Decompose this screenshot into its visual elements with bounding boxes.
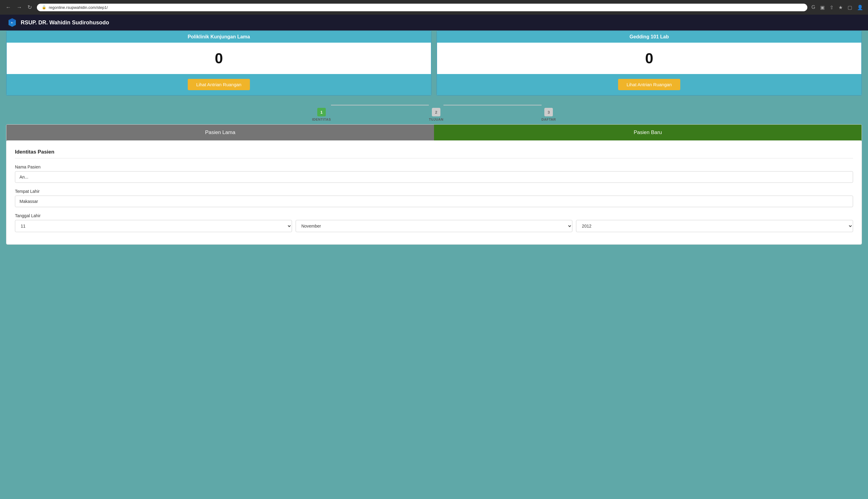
input-tempat-lahir[interactable] [15,196,853,207]
step-2-label: TUJUAN [429,118,444,121]
browser-chrome: ← → ↻ 🔒 regonline.rsupwahidin.com/step1/… [0,0,868,15]
google-icon[interactable]: G [810,3,817,11]
card-right-footer: Lihat Antrian Ruangan [437,74,861,95]
svg-text:+: + [11,21,13,24]
form-group-tanggal-lahir: Tanggal Lahir 12345678910111213141516171… [15,213,853,232]
select-day[interactable]: 1234567891011121314151617181920212223242… [15,220,292,232]
select-month[interactable]: JanuariFebruariMaretAprilMeiJuniJuliAgus… [296,220,573,232]
label-nama-pasien: Nama Pasien [15,165,853,169]
form-group-nama: Nama Pasien [15,165,853,183]
step-3-label: DAFTAR [542,118,556,121]
url-text: regonline.rsupwahidin.com/step1/ [49,5,803,10]
form-section-title: Identitas Pasien [15,149,853,158]
step-line-2 [444,105,542,106]
cards-row: Poliklinik Kunjungan Lama 0 Lihat Antria… [6,31,862,96]
card-right-count: 0 [437,42,861,74]
lock-icon: 🔒 [42,5,46,10]
select-year[interactable]: 1950195119521953195419551956195719581959… [576,220,853,232]
step-1: 1 IDENTITAS [312,108,331,121]
tab-form-wrapper: Pasien Lama Pasien Baru Identitas Pasien… [6,124,862,245]
label-tanggal-lahir: Tanggal Lahir [15,213,853,218]
tab-pasien-baru[interactable]: Pasien Baru [434,125,861,141]
bookmark-icon[interactable]: ★ [837,3,844,12]
steps-container: 1 IDENTITAS 2 TUJUAN 3 DAFTAR [6,102,862,124]
window-icon[interactable]: ▢ [846,3,853,12]
tab-pasien-lama[interactable]: Pasien Lama [7,125,434,141]
nav-buttons: ← → ↻ [4,3,34,11]
app-header: + RSUP. DR. Wahidin Sudirohusodo [0,15,868,31]
share-icon[interactable]: ⇧ [828,3,835,12]
step-2-circle: 2 [432,108,441,117]
step-3: 3 DAFTAR [542,108,556,121]
card-right-header: Gedding 101 Lab [437,31,861,42]
form-container: Identitas Pasien Nama Pasien Tempat Lahi… [7,141,861,244]
card-left-header: Poliklinik Kunjungan Lama [7,31,431,42]
antrian-right-button[interactable]: Lihat Antrian Ruangan [618,79,680,90]
form-group-tempat-lahir: Tempat Lahir [15,189,853,207]
step-3-circle: 3 [544,108,553,117]
screenshot-icon[interactable]: ▣ [819,3,826,12]
date-row: 1234567891011121314151617181920212223242… [15,220,853,232]
input-nama-pasien[interactable] [15,171,853,183]
label-tempat-lahir: Tempat Lahir [15,189,853,194]
tab-row: Pasien Lama Pasien Baru [7,125,861,141]
steps-wrapper: 1 IDENTITAS 2 TUJUAN 3 DAFTAR [312,108,556,121]
reload-button[interactable]: ↻ [26,3,34,11]
forward-button[interactable]: → [15,3,24,11]
card-right: Gedding 101 Lab 0 Lihat Antrian Ruangan [436,31,862,96]
card-left-count: 0 [7,42,431,74]
back-button[interactable]: ← [4,3,13,11]
card-left-footer: Lihat Antrian Ruangan [7,74,431,95]
browser-actions: G ▣ ⇧ ★ ▢ 👤 [810,3,864,12]
step-line-1 [331,105,429,106]
antrian-left-button[interactable]: Lihat Antrian Ruangan [188,79,250,90]
app-title: RSUP. DR. Wahidin Sudirohusodo [21,20,109,26]
main-content: Poliklinik Kunjungan Lama 0 Lihat Antria… [0,31,868,254]
profile-icon[interactable]: 👤 [856,3,864,12]
step-2: 2 TUJUAN [429,108,444,121]
address-bar[interactable]: 🔒 regonline.rsupwahidin.com/step1/ [37,4,807,11]
app-logo-icon: + [7,18,17,27]
step-1-circle: 1 [317,108,326,117]
step-1-label: IDENTITAS [312,118,331,121]
card-left: Poliklinik Kunjungan Lama 0 Lihat Antria… [6,31,432,96]
